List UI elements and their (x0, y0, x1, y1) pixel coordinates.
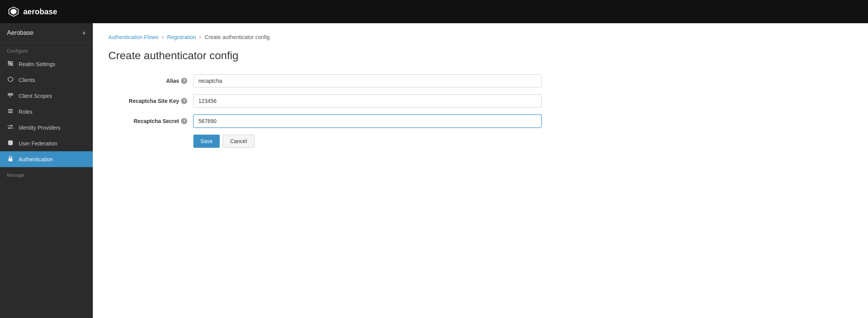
recaptcha-site-key-label-cell: Recaptcha Site Key ? (108, 98, 193, 104)
recaptcha-secret-input[interactable] (193, 115, 542, 128)
sidebar-item-label: User Federation (19, 140, 57, 147)
svg-rect-6 (10, 62, 11, 65)
alias-row: Alias ? (108, 74, 853, 87)
lock-icon (7, 156, 14, 163)
cancel-button[interactable]: Cancel (223, 135, 255, 148)
sidebar-item-label: Client Scopes (19, 93, 52, 99)
svg-rect-5 (9, 61, 9, 63)
breadcrumb-registration[interactable]: Registration (167, 34, 196, 40)
sidebar-item-authentication[interactable]: Authentication (0, 151, 93, 167)
exchange-icon (7, 124, 14, 131)
sidebar-item-label: Identity Providers (19, 125, 60, 131)
alias-help-icon[interactable]: ? (181, 78, 187, 84)
navbar: aerobase (0, 0, 868, 23)
svg-rect-9 (8, 111, 13, 111)
sidebar-item-client-scopes[interactable]: Client Scopes (0, 88, 93, 104)
breadcrumb-sep-2: » (199, 34, 202, 40)
alias-label-cell: Alias ? (108, 78, 193, 84)
recaptcha-site-key-label: Recaptcha Site Key (129, 98, 179, 104)
svg-rect-10 (8, 112, 13, 113)
alias-input-cell (193, 74, 542, 87)
alias-input[interactable] (193, 74, 542, 87)
logo-text: aerobase (23, 7, 57, 16)
sidebar-item-identity-providers[interactable]: Identity Providers (0, 120, 93, 135)
recaptcha-site-key-row: Recaptcha Site Key ? (108, 94, 853, 108)
sidebar: Aerobase ∨ Configure Realm Settings Clie… (0, 23, 93, 318)
recaptcha-secret-label: Recaptcha Secret (133, 118, 179, 124)
chevron-down-icon: ∨ (82, 30, 86, 36)
sidebar-item-realm-settings[interactable]: Realm Settings (0, 56, 93, 72)
logo: aerobase (8, 6, 57, 17)
recaptcha-site-key-input[interactable] (193, 94, 542, 108)
sidebar-item-clients[interactable]: Clients (0, 72, 93, 88)
recaptcha-site-key-help-icon[interactable]: ? (181, 98, 187, 104)
cube-icon (7, 76, 14, 84)
recaptcha-site-key-input-cell (193, 94, 542, 108)
recaptcha-secret-label-cell: Recaptcha Secret ? (108, 118, 193, 124)
svg-rect-7 (12, 64, 12, 66)
save-button[interactable]: Save (193, 135, 220, 148)
realm-selector[interactable]: Aerobase ∨ (0, 23, 93, 43)
recaptcha-secret-row: Recaptcha Secret ? (108, 115, 853, 128)
main-content: Authentication Flows » Registration » Cr… (93, 23, 868, 318)
sidebar-item-label: Authentication (19, 156, 53, 162)
form-actions: Save Cancel (193, 135, 853, 148)
recaptcha-secret-input-cell (193, 115, 542, 128)
sidebar-item-label: Roles (19, 109, 32, 115)
breadcrumb: Authentication Flows » Registration » Cr… (108, 34, 853, 40)
page-title: Create authenticator config (108, 50, 853, 62)
sidebar-item-user-federation[interactable]: User Federation (0, 135, 93, 151)
cubes-icon (7, 92, 14, 99)
alias-label: Alias (166, 78, 179, 84)
sidebar-item-label: Realm Settings (19, 61, 55, 67)
database-icon (7, 140, 14, 147)
breadcrumb-current: Create authenticator config (205, 34, 270, 40)
sidebar-item-roles[interactable]: Roles (0, 104, 93, 120)
svg-marker-1 (11, 9, 17, 15)
authenticator-config-form: Alias ? Recaptcha Site Key ? (108, 74, 853, 148)
sliders-icon (7, 60, 14, 68)
list-icon (7, 108, 14, 115)
configure-section-label: Configure (0, 43, 93, 56)
manage-section-label: Manage (0, 167, 93, 180)
sidebar-item-label: Clients (19, 77, 35, 83)
recaptcha-secret-help-icon[interactable]: ? (181, 118, 187, 124)
svg-rect-12 (9, 158, 12, 161)
svg-rect-8 (8, 109, 13, 110)
breadcrumb-sep-1: » (161, 34, 164, 40)
logo-icon (8, 6, 19, 17)
realm-name: Aerobase (7, 29, 34, 36)
breadcrumb-authentication-flows[interactable]: Authentication Flows (108, 34, 158, 40)
